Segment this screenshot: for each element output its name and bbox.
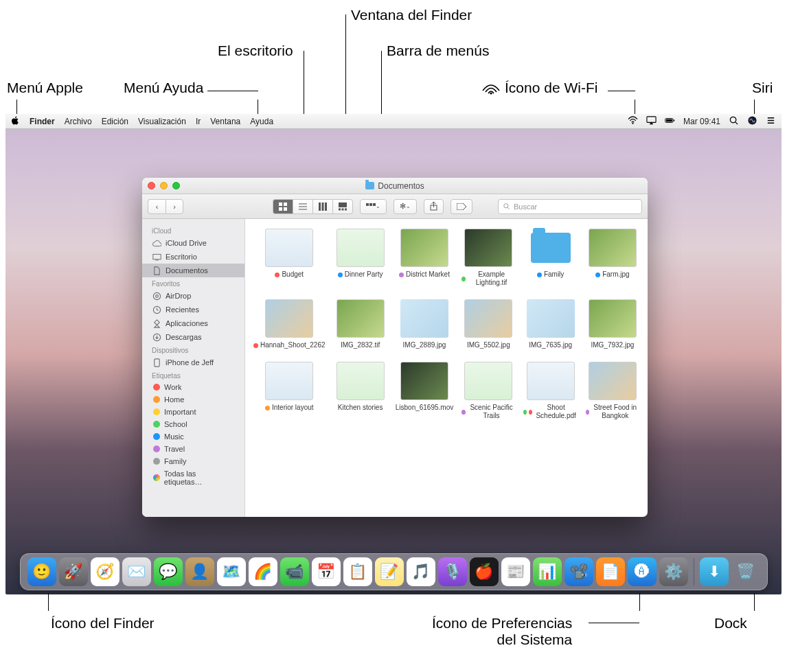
file-item[interactable]: Shoot Schedule.pdf [523,362,577,420]
sidebar-item[interactable]: School [142,418,244,430]
file-item[interactable]: IMG_7635.jpg [523,299,577,349]
dock-tv-icon[interactable]: 🍎 [470,557,499,586]
wifi-icon[interactable] [628,115,638,128]
file-item[interactable]: IMG_2889.jpg [396,299,454,349]
sidebar-item[interactable]: Work [142,381,244,393]
titlebar[interactable]: Documentos [142,178,648,194]
close-button[interactable] [148,182,155,189]
dock-photos-icon[interactable]: 🌈 [249,557,277,586]
callout-line [589,623,639,623]
file-item[interactable]: IMG_2832.tif [334,299,387,349]
menu-item[interactable]: Archivo [65,117,92,126]
spotlight-icon[interactable] [729,115,739,128]
dock-calendar-icon[interactable]: 📅 [312,557,341,586]
file-item[interactable]: Hannah_Shoot_2262 [253,299,326,349]
sidebar-item[interactable]: Family [142,455,244,467]
dock-trash-icon[interactable]: 🗑️ [731,557,760,586]
file-item[interactable]: Lisbon_61695.mov [396,362,454,420]
sidebar-item[interactable]: Home [142,393,244,406]
file-item[interactable]: Example Lighting.tif [461,229,515,287]
dock-facetime-icon[interactable]: 📹 [280,557,309,586]
battery-icon[interactable] [665,115,675,128]
dock-numbers-icon[interactable]: 📊 [533,557,562,586]
dock-finder-icon[interactable]: 🙂 [27,557,56,586]
list-view-button[interactable] [293,199,312,214]
airplay-icon[interactable] [646,115,657,128]
dock-pages-icon[interactable]: 📄 [596,557,625,586]
dock-appstore-icon[interactable]: 🅐 [628,557,657,586]
sidebar-item[interactable]: Escritorio [142,250,244,264]
maximize-button[interactable] [172,182,180,189]
file-item[interactable]: IMG_7932.jpg [586,299,639,349]
minimize-button[interactable] [160,182,168,189]
file-item[interactable]: Scenic Pacific Trails [461,362,515,420]
file-item[interactable]: Kitchen stories [334,362,387,420]
dock-maps-icon[interactable]: 🗺️ [217,557,246,586]
menu-item[interactable]: Ayuda [250,117,273,126]
file-item[interactable]: Interior layout [253,362,326,420]
dock-launchpad-icon[interactable]: 🚀 [59,557,88,586]
siri-icon[interactable] [747,115,757,128]
menu-item[interactable]: Visualización [138,117,186,126]
svg-point-35 [155,294,158,297]
sidebar-item[interactable]: Important [142,406,244,418]
menu-item[interactable]: Edición [102,117,128,126]
dock-downloads-icon[interactable]: ⬇︎ [700,557,729,586]
forward-button[interactable]: › [166,199,183,214]
gallery-view-button[interactable] [332,199,353,214]
file-item[interactable]: Family [523,229,577,287]
search-input[interactable]: Buscar [498,199,642,214]
back-button[interactable]: ‹ [148,199,166,214]
sidebar-item[interactable]: iPhone de Jeff [142,356,244,369]
sidebar-item[interactable]: Recientes [142,303,244,316]
callout-syspref: Ícono de Preferencias del Sistema [432,615,572,648]
dock: 🙂🚀🧭✉️💬👤🗺️🌈📹📅📋📝🎵🎙️🍎📰📊📽️📄🅐⚙️⬇︎🗑️ [20,553,768,590]
file-item[interactable]: IMG_5502.jpg [461,299,515,349]
column-view-button[interactable] [312,199,332,214]
svg-point-0 [490,92,492,94]
dock-news-icon[interactable]: 📰 [501,557,530,586]
dock-messages-icon[interactable]: 💬 [154,557,183,586]
file-item[interactable]: Budget [253,229,326,287]
share-button[interactable] [424,199,444,214]
dock-mail-icon[interactable]: ✉️ [122,557,151,586]
sidebar-header: iCloud [142,224,244,236]
file-thumbnail [464,229,512,267]
sidebar-item[interactable]: Todas las etiquetas… [142,467,244,488]
apple-menu[interactable] [11,116,20,127]
tags-button[interactable] [450,199,472,214]
file-item[interactable]: Street Food in Bangkok [586,362,639,420]
sidebar-item-label: Escritorio [166,253,197,261]
dock-podcasts-icon[interactable]: 🎙️ [438,557,467,586]
file-item[interactable]: Farm.jpg [586,229,639,287]
dock-keynote-icon[interactable]: 📽️ [564,557,593,586]
sidebar-header: Favoritos [142,277,244,289]
menu-app-name[interactable]: Finder [30,117,55,126]
file-item[interactable]: District Market [396,229,454,287]
file-item[interactable]: Dinner Party [334,229,387,287]
menu-item[interactable]: Ventana [210,117,240,126]
callout-help-menu: Menú Ayuda [124,80,203,96]
sidebar-item[interactable]: Descargas [142,330,244,344]
sidebar-item[interactable]: Music [142,430,244,443]
sidebar-item[interactable]: AirDrop [142,289,244,303]
menu-item[interactable]: Ir [196,117,201,126]
clock[interactable]: Mar 09:41 [683,117,720,126]
callout-finder-window: Ventana del Finder [351,7,472,23]
icon-view-button[interactable] [273,199,293,214]
sidebar-item[interactable]: Aplicaciones [142,316,244,330]
notif-center-icon[interactable] [766,115,776,128]
dock-safari-icon[interactable]: 🧭 [91,557,119,586]
action-button[interactable]: ✻ ⌄ [394,199,417,214]
dock-system-preferences-icon[interactable]: ⚙️ [659,557,688,586]
sidebar-item[interactable]: Travel [142,443,244,455]
sidebar-item[interactable]: Documentos [142,264,244,277]
dock-reminders-icon[interactable]: 📋 [343,557,372,586]
dock-music-icon[interactable]: 🎵 [407,557,435,586]
group-button[interactable]: ⌄ [360,199,387,214]
dock-notes-icon[interactable]: 📝 [375,557,404,586]
callout-line [635,100,635,114]
sidebar-header: Etiquetas [142,369,244,381]
dock-contacts-icon[interactable]: 👤 [185,557,214,586]
sidebar-item[interactable]: iCloud Drive [142,236,244,250]
